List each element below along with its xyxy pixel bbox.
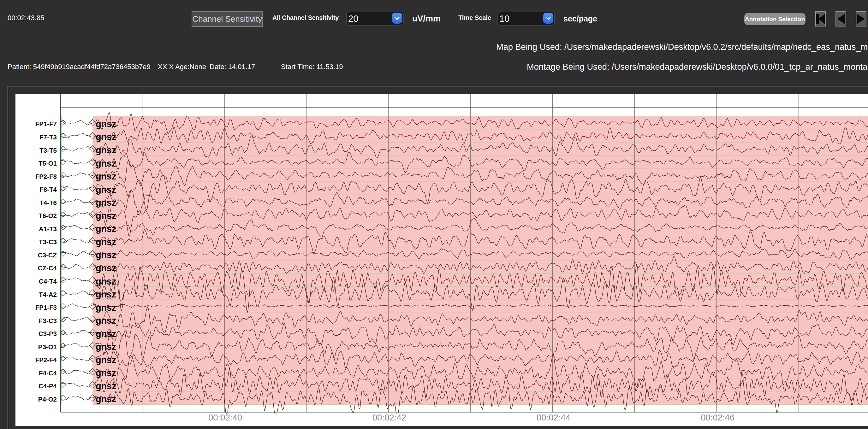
svg-text:F4-C4: F4-C4 (39, 369, 57, 376)
svg-text:gnsz: gnsz (96, 132, 116, 142)
svg-text:T3-C3: T3-C3 (39, 238, 57, 245)
svg-text:gnsz: gnsz (96, 263, 116, 273)
svg-text:gnsz: gnsz (96, 316, 116, 326)
svg-text:FP2-F8: FP2-F8 (35, 173, 57, 180)
svg-text:gnsz: gnsz (96, 394, 116, 404)
svg-text:gnsz: gnsz (96, 158, 116, 168)
svg-text:T4-A2: T4-A2 (39, 291, 57, 298)
svg-text:gnsz: gnsz (96, 302, 116, 312)
svg-text:C3-P3: C3-P3 (38, 330, 57, 337)
svg-text:gnsz: gnsz (96, 329, 116, 339)
svg-text:gnsz: gnsz (96, 185, 116, 195)
svg-text:T6-O2: T6-O2 (38, 212, 57, 219)
svg-text:T4-T6: T4-T6 (39, 199, 57, 206)
svg-text:00:02:42: 00:02:42 (372, 412, 406, 422)
svg-text:gnsz: gnsz (96, 197, 116, 207)
svg-text:gnsz: gnsz (96, 145, 116, 155)
svg-text:F7-T3: F7-T3 (39, 133, 57, 141)
svg-text:FP1-F3: FP1-F3 (35, 304, 57, 311)
svg-text:gnsz: gnsz (96, 224, 116, 234)
svg-text:00:02:44: 00:02:44 (536, 412, 570, 422)
svg-text:P4-O2: P4-O2 (38, 396, 57, 403)
svg-text:gnsz: gnsz (96, 289, 116, 299)
svg-text:gnsz: gnsz (96, 171, 116, 182)
svg-text:00:02:40: 00:02:40 (208, 412, 242, 422)
svg-text:F3-C3: F3-C3 (39, 317, 57, 324)
svg-text:gnsz: gnsz (96, 119, 116, 129)
svg-text:FP2-F4: FP2-F4 (35, 356, 57, 363)
svg-text:F8-T4: F8-T4 (39, 186, 57, 193)
svg-text:gnsz: gnsz (96, 381, 116, 391)
svg-text:C4-P4: C4-P4 (38, 382, 57, 390)
svg-text:00:02:46: 00:02:46 (701, 412, 735, 422)
svg-text:gnsz: gnsz (96, 355, 116, 365)
svg-text:gnsz: gnsz (96, 250, 116, 260)
svg-text:gnsz: gnsz (96, 342, 116, 352)
svg-text:T3-T5: T3-T5 (39, 147, 57, 154)
svg-text:A1-T3: A1-T3 (39, 225, 57, 232)
svg-text:C4-T4: C4-T4 (39, 277, 57, 285)
svg-text:gnsz: gnsz (96, 276, 116, 287)
svg-text:C3-CZ: C3-CZ (38, 252, 57, 259)
svg-text:P3-O1: P3-O1 (38, 343, 57, 351)
svg-text:gnsz: gnsz (96, 211, 116, 221)
svg-text:CZ-C4: CZ-C4 (38, 264, 57, 272)
svg-text:T5-O1: T5-O1 (38, 160, 57, 167)
svg-text:FP1-F7: FP1-F7 (35, 120, 57, 127)
svg-text:gnsz: gnsz (96, 237, 116, 247)
svg-text:gnsz: gnsz (96, 368, 116, 378)
